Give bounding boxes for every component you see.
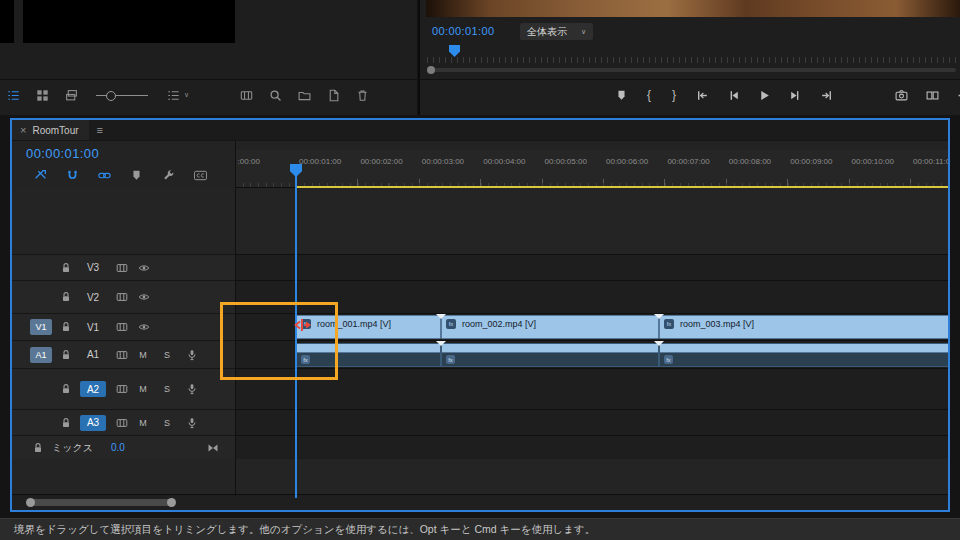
track-target-v3[interactable]: V3 (80, 260, 106, 276)
time-ruler[interactable]: :00:0000:00:01:0000:00:02:0000:00:03:000… (235, 150, 948, 188)
timeline-tab-roomtour[interactable]: × RoomTour (12, 120, 89, 140)
mute-button[interactable]: M (136, 348, 150, 362)
add-marker-icon[interactable] (128, 167, 144, 183)
mute-button[interactable]: M (136, 416, 150, 430)
audio-clip[interactable]: fx (659, 343, 948, 367)
program-monitor-video (426, 0, 960, 17)
video-clip[interactable]: fxroom_003.mp4 [V] (659, 315, 948, 339)
zoom-level-dropdown[interactable]: 全体表示 ∨ (520, 23, 593, 40)
timeline-toolbar (32, 166, 208, 184)
play-button[interactable] (756, 87, 772, 103)
step-forward-button[interactable] (787, 87, 803, 103)
sync-lock-icon[interactable] (114, 260, 130, 276)
mute-button[interactable]: M (136, 382, 150, 396)
lock-icon[interactable] (30, 440, 46, 456)
sync-lock-icon[interactable] (114, 289, 130, 305)
source-patch-v1[interactable]: V1 (30, 319, 52, 335)
timeline-hscrollbar (12, 494, 948, 510)
scrollbar-thumb[interactable] (28, 499, 174, 506)
audio-clip[interactable]: fx (441, 343, 659, 367)
snap-icon[interactable] (64, 167, 80, 183)
program-monitor-timecode[interactable]: 00:00:01:00 (432, 25, 495, 37)
scrollbar-handle-right[interactable] (167, 498, 176, 507)
fx-badge-icon: fx (446, 319, 456, 329)
insert-as-nest-icon[interactable] (32, 167, 48, 183)
panel-menu-icon[interactable]: ≡ (97, 124, 103, 136)
linked-selection-icon[interactable] (96, 167, 112, 183)
button-editor-button[interactable] (955, 87, 960, 103)
track-target-v1[interactable]: V1 (80, 319, 106, 335)
track-target-a3[interactable]: A3 (80, 415, 106, 431)
track-target-a2[interactable]: A2 (80, 381, 106, 397)
sync-lock-icon[interactable] (114, 347, 130, 363)
monitor-mini-ruler[interactable] (427, 57, 956, 63)
track-target-a1[interactable]: A1 (80, 347, 106, 363)
voiceover-record-icon[interactable] (184, 347, 200, 363)
track-header-v3[interactable]: V3 (12, 254, 235, 280)
track-row-a2: A2MS (12, 368, 948, 409)
list-view-icon[interactable] (5, 87, 21, 103)
lock-icon[interactable] (58, 347, 74, 363)
export-frame-button[interactable] (893, 87, 909, 103)
monitor-scrollbar[interactable] (427, 68, 956, 72)
track-output-eye-icon[interactable] (136, 260, 152, 276)
zoom-slider[interactable] (96, 87, 148, 103)
keyframe-toggle-icon[interactable] (205, 440, 221, 456)
video-clip[interactable]: fxroom_002.mp4 [V] (441, 315, 659, 339)
add-marker-button[interactable] (613, 87, 629, 103)
freeform-view-icon[interactable] (63, 87, 79, 103)
new-item-icon[interactable] (325, 87, 341, 103)
lock-icon[interactable] (58, 415, 74, 431)
delete-icon[interactable] (354, 87, 370, 103)
monitor-playhead-marker[interactable] (449, 45, 460, 57)
sync-lock-icon[interactable] (114, 415, 130, 431)
lock-icon[interactable] (58, 381, 74, 397)
ruler-label: 00:00:04:00 (483, 157, 525, 166)
track-header-v1[interactable]: V1V1 (12, 313, 235, 340)
lock-icon[interactable] (58, 260, 74, 276)
track-header-mix[interactable]: ミックス0.0 (12, 435, 235, 459)
scrollbar-handle-left[interactable] (26, 498, 35, 507)
track-output-eye-icon[interactable] (136, 319, 152, 335)
go-to-out-button[interactable] (818, 87, 834, 103)
track-target-v2[interactable]: V2 (80, 289, 106, 305)
voiceover-record-icon[interactable] (184, 381, 200, 397)
track-header-a2[interactable]: A2MS (12, 368, 235, 409)
find-icon[interactable] (267, 87, 283, 103)
close-icon[interactable]: × (20, 124, 26, 136)
ruler-label: 00:00:11:00 (913, 157, 948, 166)
mix-volume-value[interactable]: 0.0 (111, 442, 125, 453)
source-patch-a1[interactable]: A1 (30, 347, 52, 363)
timeline-settings-icon[interactable] (160, 167, 176, 183)
automate-to-sequence-icon[interactable] (238, 87, 254, 103)
sort-options-icon[interactable]: ∨ (165, 87, 181, 103)
icon-view-icon[interactable] (34, 87, 50, 103)
track-output-eye-icon[interactable] (136, 289, 152, 305)
step-back-button[interactable] (725, 87, 741, 103)
captions-icon[interactable] (192, 167, 208, 183)
slider-knob[interactable] (106, 91, 116, 101)
track-header-a1[interactable]: A1A1MS (12, 340, 235, 368)
mark-out-button[interactable]: } (669, 88, 679, 102)
new-bin-icon[interactable] (296, 87, 312, 103)
timeline-timecode[interactable]: 00:00:01:00 (26, 146, 99, 161)
sync-lock-icon[interactable] (114, 381, 130, 397)
lock-icon[interactable] (58, 319, 74, 335)
scrollbar-knob[interactable] (427, 66, 435, 74)
comparison-view-button[interactable] (924, 87, 940, 103)
mark-in-button[interactable]: { (644, 88, 654, 102)
voiceover-record-icon[interactable] (184, 415, 200, 431)
track-row-mix: ミックス0.0 (12, 435, 948, 459)
track-header-a3[interactable]: A3MS (12, 409, 235, 435)
sync-lock-icon[interactable] (114, 319, 130, 335)
track-header-v2[interactable]: V2 (12, 280, 235, 313)
panel-fragment (23, 0, 235, 43)
zoom-level-value: 全体表示 (527, 25, 567, 39)
solo-button[interactable]: S (160, 416, 174, 430)
lock-icon[interactable] (58, 289, 74, 305)
go-to-in-button[interactable] (694, 87, 710, 103)
solo-button[interactable]: S (160, 382, 174, 396)
track-content-v1: fxroom_001.mp4 [V]fxroom_002.mp4 [V]fxro… (235, 313, 948, 340)
edit-point-marker (659, 341, 664, 346)
solo-button[interactable]: S (160, 348, 174, 362)
